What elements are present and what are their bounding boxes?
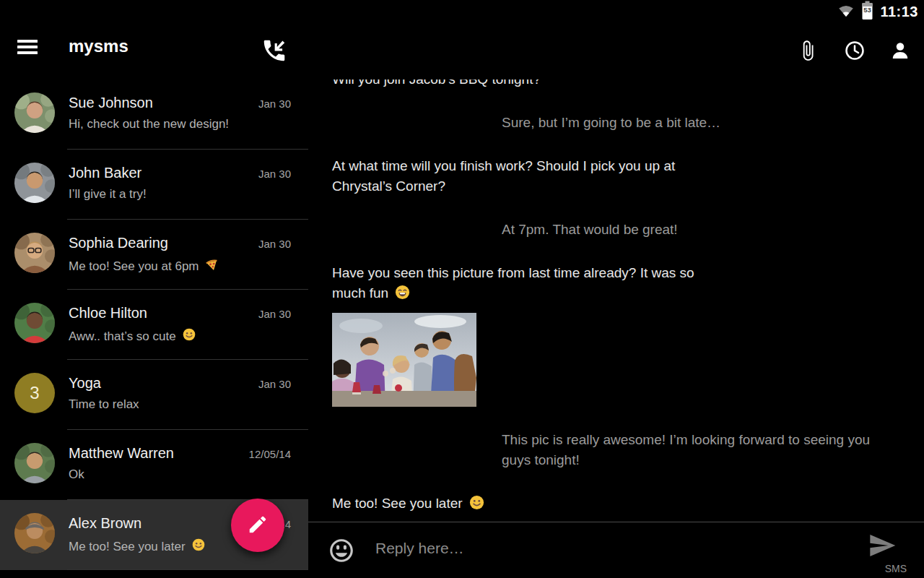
pizza-emoji [205,257,219,272]
conversation-date: Jan 30 [258,98,291,110]
paperclip-attach-icon[interactable] [793,36,822,65]
message-preview: Me too! See you at 6pm [69,257,219,275]
contact-person-icon[interactable] [886,36,915,65]
chat-message: Me too! See you later [332,493,715,517]
message-preview: Hi, check out the new design! [69,117,229,131]
conversation-list-item[interactable]: Matthew Warren 12/05/14 Ok [0,430,308,500]
status-bar: 53 11:13 [0,0,924,23]
contact-name: Yoga [69,375,101,392]
message-preview: I’ll give it a try! [69,187,147,202]
conversation-list-item[interactable]: Sue Johnson Jan 30 Hi, check out the new… [0,79,308,150]
reply-bar: Reply here… SMS [308,522,924,578]
smile-emoji [191,538,206,552]
reply-input[interactable]: Reply here… [375,540,837,557]
schedule-clock-icon[interactable] [840,36,869,65]
chat-message: Sure, but I’m going to be a bit late… [502,113,883,133]
chat-message: This pic is really awesome! I’m looking … [502,430,883,470]
message-text: At 7pm. That would be great! [502,222,678,237]
clock-time: 11:13 [880,4,918,20]
contact-photo-avatar[interactable] [14,92,55,133]
sms-label: SMS [885,563,907,574]
app-title: mysms [69,36,128,56]
conversation-list-item[interactable]: John Baker Jan 30 I’ll give it a try! [0,150,308,220]
compose-fab-button[interactable] [231,499,284,552]
smile-emoji [468,494,485,511]
hamburger-menu-icon[interactable] [17,40,38,56]
pencil-compose-icon [247,514,269,538]
contact-photo-avatar[interactable] [14,233,55,273]
wifi-icon [837,1,855,22]
smile-emoji [182,327,196,342]
conversation-date: Jan 30 [258,308,291,320]
contact-name: Matthew Warren [69,445,174,462]
contact-photo-avatar[interactable] [14,163,55,203]
contact-photo-avatar[interactable] [14,443,55,483]
message-text: Have you seen this picture from last tim… [332,265,694,301]
toolbar: mysms [0,23,924,79]
group-count-avatar[interactable]: 3 [14,373,55,413]
contact-name: Sue Johnson [69,95,153,111]
message-text: Me too! See you later [332,496,463,511]
grin-emoji [394,284,411,301]
mysms-app-window: 53 11:13 mysms [0,0,924,578]
battery-icon: 53 [861,1,873,23]
svg-text:53: 53 [864,6,872,14]
conversation-list-item[interactable]: Sophia Dearing Jan 30 Me too! See you at… [0,220,308,290]
message-preview: Aww.. that’s so cute [69,327,196,345]
chat-message: Will you join Jacob’s BBQ tonight? [332,79,715,90]
message-text: Will you join Jacob’s BBQ tonight? [332,79,541,87]
mms-photo-attachment[interactable] [332,313,476,407]
message-preview: Time to relax [69,397,139,412]
party-photo-image[interactable] [332,313,476,407]
message-scroll-area[interactable]: Will you join Jacob’s BBQ tonight? Sure,… [308,79,924,517]
message-preview: Ok [69,467,84,482]
conversation-date: Jan 30 [258,168,291,180]
message-text: At what time will you finish work? Shoul… [332,158,675,194]
row-divider [67,569,308,570]
incoming-call-icon[interactable] [260,36,289,65]
conversation-date: Jan 30 [258,378,291,390]
contact-photo-avatar[interactable] [14,303,55,343]
send-sms-button[interactable]: SMS [866,531,907,574]
chat-thread[interactable]: Will you join Jacob’s BBQ tonight? Sure,… [308,79,924,522]
conversation-date: 12/05/14 [249,448,291,460]
chat-message: At what time will you finish work? Shoul… [332,156,715,197]
conversation-date: Jan 30 [258,238,291,250]
conversation-list-item[interactable]: 3 Yoga Jan 30 Time to relax [0,360,308,430]
chat-message: Have you seen this picture from last tim… [332,263,715,407]
message-text: This pic is really awesome! I’m looking … [502,432,870,467]
send-arrow-icon [866,550,898,562]
contact-name: Sophia Dearing [69,235,168,251]
contact-photo-avatar[interactable] [14,513,55,553]
contact-name: John Baker [69,165,141,181]
conversation-list-item[interactable]: Chloe Hilton Jan 30 Aww.. that’s so cute [0,290,308,360]
emoji-picker-icon[interactable] [328,537,355,564]
chat-message: At 7pm. That would be great! [502,220,883,240]
message-preview: Me too! See you later [69,538,206,556]
contact-name: Chloe Hilton [69,305,147,322]
contact-name: Alex Brown [69,515,141,532]
message-text: Sure, but I’m going to be a bit late… [502,115,720,130]
